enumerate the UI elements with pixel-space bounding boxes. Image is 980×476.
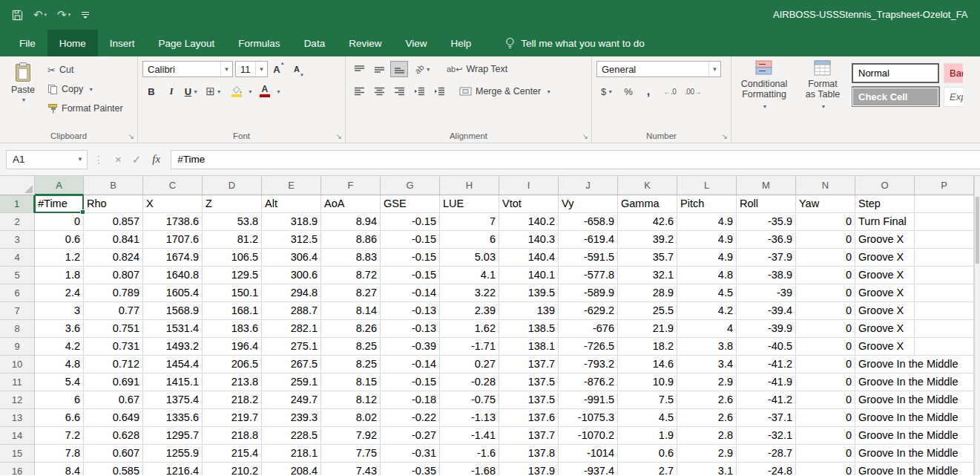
cell-J15[interactable]: -1014 [559,445,618,463]
cell-I15[interactable]: 137.8 [499,445,559,463]
cell-D10[interactable]: 206.5 [203,356,262,374]
cell-C12[interactable]: 1375.4 [143,391,203,409]
cell-H11[interactable]: -0.28 [440,374,499,391]
cell-H5[interactable]: 4.1 [440,267,499,284]
cell-style-bad[interactable]: Bad [944,63,963,83]
cell-O4[interactable]: Groove X [855,249,915,267]
cell-I1[interactable]: Vtot [499,195,559,213]
cell-B9[interactable]: 0.731 [84,338,143,356]
cell-F7[interactable]: 8.14 [321,302,381,320]
cell-E10[interactable]: 267.5 [262,356,321,374]
cell-H3[interactable]: 6 [440,231,499,249]
cell-K7[interactable]: 25.5 [618,302,677,320]
cell-B8[interactable]: 0.751 [84,320,143,338]
font-size-combo[interactable]: 11▼ [235,61,268,77]
cell-N12[interactable]: 0 [796,391,855,409]
tab-review[interactable]: Review [337,30,393,56]
font-name-combo[interactable]: Calibri▼ [142,61,233,77]
cell-E7[interactable]: 288.7 [262,302,321,320]
cell-J4[interactable]: -591.5 [559,249,618,267]
comma-style-button[interactable]: , [639,83,657,100]
cell-E3[interactable]: 312.5 [262,231,321,249]
cell-B14[interactable]: 0.628 [84,427,143,445]
cell-M4[interactable]: -37.9 [737,249,796,267]
cell-B4[interactable]: 0.824 [84,249,143,267]
cell-B13[interactable]: 0.649 [84,409,143,427]
number-format-combo[interactable]: General▼ [596,61,721,77]
cell-N16[interactable]: 0 [796,463,855,475]
cell-L9[interactable]: 3.8 [677,338,737,356]
cell-G5[interactable]: -0.15 [381,267,440,284]
cell-O10[interactable]: Groove In the Middle [855,356,915,374]
cell-B7[interactable]: 0.77 [84,302,143,320]
cell-I11[interactable]: 137.5 [499,374,559,391]
cell-O11[interactable]: Groove In the Middle [855,374,915,391]
cell-E11[interactable]: 259.1 [262,374,321,391]
cell-K2[interactable]: 42.6 [618,213,677,231]
cell-E4[interactable]: 306.4 [262,249,321,267]
align-left-button[interactable] [350,83,368,100]
borders-button[interactable]: ⊞▼ [203,83,225,100]
font-dialog-launcher[interactable]: ↘ [336,132,342,140]
cell-M15[interactable]: -28.7 [737,445,796,463]
cell-K9[interactable]: 18.2 [618,338,677,356]
cell-E13[interactable]: 239.3 [262,409,321,427]
percent-style-button[interactable]: % [619,83,637,100]
accounting-format-button[interactable]: $▼ [596,83,617,100]
cell-I12[interactable]: 137.5 [499,391,559,409]
cell-J1[interactable]: Vy [559,195,618,213]
cell-E6[interactable]: 294.8 [262,284,321,302]
cell-A6[interactable]: 2.4 [35,284,84,302]
cell-K14[interactable]: 1.9 [618,427,677,445]
cell-N7[interactable]: 0 [796,302,855,320]
column-header-M[interactable]: M [737,176,796,195]
tab-view[interactable]: View [393,30,438,56]
decrease-indent-button[interactable] [410,83,428,100]
cell-C14[interactable]: 1295.7 [143,427,203,445]
cell-M5[interactable]: -38.9 [737,267,796,284]
column-header-O[interactable]: O [855,176,915,195]
cell-E1[interactable]: Alt [262,195,321,213]
cell-P7[interactable] [915,302,974,320]
cell-D2[interactable]: 53.8 [203,213,262,231]
cell-L7[interactable]: 4.2 [677,302,737,320]
cell-M1[interactable]: Roll [737,195,796,213]
row-header-5[interactable]: 5 [0,267,35,284]
cell-P6[interactable] [915,284,974,302]
cell-E12[interactable]: 249.7 [262,391,321,409]
cell-A11[interactable]: 5.4 [35,374,84,391]
tab-home[interactable]: Home [47,30,98,56]
cell-O12[interactable]: Groove In the Middle [855,391,915,409]
cell-E16[interactable]: 208.4 [262,463,321,475]
cell-F5[interactable]: 8.72 [321,267,381,284]
cell-M14[interactable]: -32.1 [737,427,796,445]
column-header-B[interactable]: B [84,176,143,195]
cell-H2[interactable]: 7 [440,213,499,231]
cell-L14[interactable]: 2.8 [677,427,737,445]
row-header-8[interactable]: 8 [0,320,35,338]
orientation-button[interactable]: ab▼ [410,61,435,77]
cell-D1[interactable]: Z [203,195,262,213]
cell-L10[interactable]: 3.4 [677,356,737,374]
cell-E5[interactable]: 300.6 [262,267,321,284]
cell-K11[interactable]: 10.9 [618,374,677,391]
cell-C5[interactable]: 1640.8 [143,267,203,284]
cell-A5[interactable]: 1.8 [35,267,84,284]
cell-G12[interactable]: -0.18 [381,391,440,409]
cell-H1[interactable]: LUE [440,195,499,213]
cell-D14[interactable]: 218.8 [203,427,262,445]
cell-L8[interactable]: 4 [677,320,737,338]
cell-H6[interactable]: 3.22 [440,284,499,302]
row-header-7[interactable]: 7 [0,302,35,320]
cell-D13[interactable]: 219.7 [203,409,262,427]
cell-N13[interactable]: 0 [796,409,855,427]
cell-F8[interactable]: 8.26 [321,320,381,338]
cell-B6[interactable]: 0.789 [84,284,143,302]
cell-F1[interactable]: AoA [321,195,381,213]
cell-N1[interactable]: Yaw [796,195,855,213]
cell-O2[interactable]: Turn Final [855,213,915,231]
cell-J14[interactable]: -1070.2 [559,427,618,445]
decrease-decimal-button[interactable]: .00→ [683,83,703,100]
cell-F12[interactable]: 8.12 [321,391,381,409]
cell-L16[interactable]: 3.1 [677,463,737,475]
